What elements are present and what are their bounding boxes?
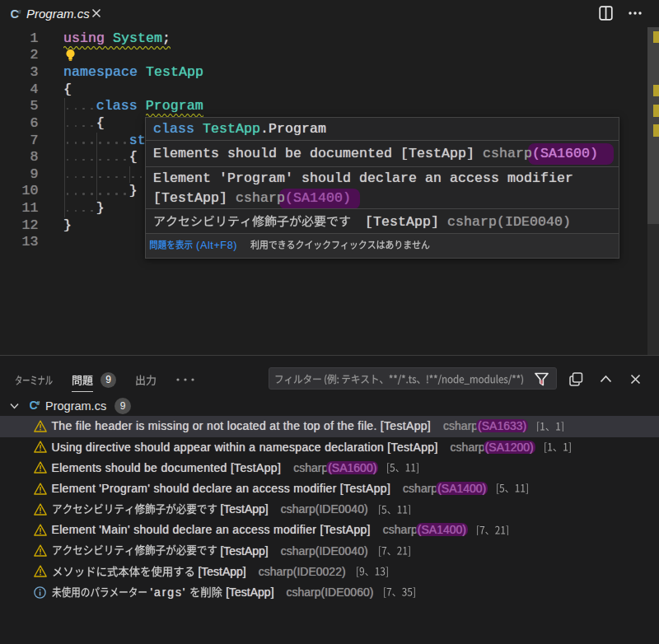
svg-text:#: # [17, 8, 21, 16]
svg-text:#: # [36, 399, 40, 407]
